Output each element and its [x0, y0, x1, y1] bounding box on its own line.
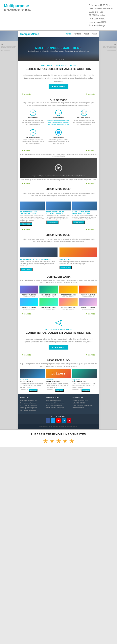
welcome-section: WELCOME TO OUR EMAIL THEME LOREM IMPUS D… [18, 61, 99, 92]
pinterest-icon[interactable]: P [67, 418, 72, 423]
youtube-icon[interactable]: ▶ [56, 418, 61, 423]
col-item-1-img [20, 248, 58, 258]
service-item-1-title: WEB DESIGN [22, 117, 44, 119]
portfolio-item-7: PROJECT FILE NAME other liguia arcu ligu… [59, 298, 78, 310]
envato-logo-6-left: ✦ envato [22, 354, 31, 356]
preview-wrapper: WE unique what ligula arcu, rutrum ini t… [0, 30, 117, 430]
feature-item: Easy to make HTML. [89, 20, 113, 24]
nav-link-home[interactable]: Home [66, 33, 71, 35]
nav-logo: CompanyName [20, 32, 39, 36]
video-overlay [20, 158, 97, 178]
blog-item-1: 25 june 2014 DOLER AMTS THIS AVRIO ACUS … [20, 369, 44, 392]
navbar: CompanyName Home Portfolio About About [18, 31, 99, 37]
interesting-label: INTERESTING THIS WORK [22, 328, 95, 330]
nav-links[interactable]: Home Portfolio About About [66, 33, 97, 35]
blog-post-text-2: AVRIO ACUS DUIS ELTS THIS LOREM IPSUM DO… [46, 383, 71, 388]
blog-read-more-1[interactable]: Read More [29, 389, 38, 392]
envato-logo-5-right: ✦ envato [86, 313, 95, 315]
envato-banner-2: ✦ envato ✦ envato [18, 148, 99, 152]
envato-banner-6: ✦ envato ✦ envato [18, 353, 99, 357]
svg-marker-0 [55, 320, 62, 326]
service-item-2-title: PRINT DESIGN [48, 117, 70, 119]
blog-title: NEWS FROM BLOG [20, 359, 97, 362]
footer-link-1-3[interactable]: Third. liguia arcu liguia aro [20, 404, 44, 406]
footer-link-2-3[interactable]: unique rutrum liguia arcu, [46, 404, 70, 406]
video-section[interactable]: unique what liguia arcu, rutrum ini this… [20, 158, 97, 178]
footer-link-1-2[interactable]: Frist. liguia arcu liguia aro [20, 402, 44, 404]
envato-logo-right: ✦ envato [86, 93, 95, 95]
hero-text: MULTIPURPOSE EMAIL THEME Customizable te… [28, 46, 89, 52]
news-card-1-img [20, 202, 44, 210]
blog-actions-1: Comments (12) Read More [20, 389, 44, 392]
footer-link-1-1[interactable]: Front. liguia arcu liguia aro [20, 400, 44, 402]
print-design-icon: 🖨 [55, 110, 62, 116]
interesting-section: INTERESTING THIS WORK LOREM IMPUS DOLER … [18, 316, 99, 353]
twitter-icon[interactable]: t [51, 418, 55, 423]
portfolio-item-8: PROJECT FILE NAME other liguia arcu ligu… [79, 298, 97, 310]
blog-date-2: 25 june 2014 [46, 379, 71, 380]
envato-watermark: ✦ envato ✦ [52, 58, 65, 60]
recent-work-title: OUR RECENT WORK [20, 276, 97, 278]
nav-link-portfolio[interactable]: Portfolio [74, 33, 81, 35]
blog-date-3: 27 june 2014 [72, 379, 97, 380]
portfolio-thumb-4 [79, 286, 97, 294]
linkedin-icon[interactable]: in [62, 418, 66, 423]
service-title: OUR SERVICE [21, 99, 96, 102]
social-icons: f t ▶ in P [20, 418, 98, 423]
service-item-2: 🖨 PRINT DESIGN unique what liguia arcu, … [46, 108, 70, 126]
envato-logo-5-left: ✦ envato [22, 313, 31, 315]
news-card-3-btn[interactable]: READ MORE [72, 220, 85, 224]
facebook-icon[interactable]: f [46, 418, 50, 423]
footer-col-3-title: CONTACT US [72, 396, 97, 398]
portfolio-name-1: PROJECT FILE NAME [20, 294, 38, 296]
footer-col-2-title: LOREM IM DORS [46, 396, 70, 398]
star-1: ★ [43, 438, 48, 444]
footer-col-1: USFUL LINK Front. liguia arcu liguia aro… [20, 396, 44, 411]
envato-logo-3-left: ✦ envato [22, 182, 31, 184]
interesting-text: unique what liguia arcu, rutrum ini this… [22, 338, 95, 344]
service-item-3-desc: unique what liguia arcu, nut this sary n… [73, 119, 95, 125]
footer-link-1-5[interactable]: Fifth. liguia arcu liguia aro [20, 409, 44, 411]
blog-grid: 25 june 2014 DOLER AMTS THIS AVRIO ACUS … [20, 369, 97, 392]
play-button[interactable] [55, 164, 62, 172]
welcome-read-more-btn[interactable]: READ MORE [48, 84, 68, 89]
footer-website[interactable]: www.yoursite.com [72, 406, 97, 409]
col-item-2-img [60, 248, 97, 258]
blog-post-title-1: DOLER AMTS THIS [20, 381, 44, 383]
col-item-1-btn[interactable]: READ MORE [20, 268, 32, 271]
footer-link-2-1[interactable]: unique what liguia arcu, [46, 400, 70, 402]
nav-link-extra[interactable]: About [92, 33, 97, 35]
blog-read-more-2[interactable]: Read More [55, 389, 64, 392]
portfolio-name-3: PROJECT FILE NAME [59, 294, 78, 296]
blog-read-more-3[interactable]: Read More [82, 389, 90, 392]
news-card-2-btn[interactable]: READ MORE [46, 220, 58, 224]
email-main-panel: CompanyName Home Portfolio About About M… [18, 31, 99, 429]
blog-item-3: 27 june 2014 DOLER AMTS THIS AVRIO ACUS … [72, 369, 97, 392]
welcome-title: LOREM IMPUS DOLER SIT AMET IS ADDITION [22, 67, 95, 70]
interesting-read-more-btn[interactable]: READ MORE [48, 345, 68, 350]
blog-item-2: buSiness 25 june 2014 DOLER AMTS THIS AV… [46, 369, 71, 392]
feature-item: Customizable And Editable. [89, 7, 113, 10]
footer-link-2-4[interactable]: rutrum ainar this sary nisper [46, 406, 70, 409]
blog-post-text-1: AVRIO ACUS DUIS ELTS THIS LOREM IPSUM DO… [20, 383, 44, 388]
col-item-2-btn[interactable]: READ MORE [60, 266, 72, 269]
news-card-1-text: unique what liguia arcu, rutrum ini this… [20, 214, 44, 222]
footer-link-2-2[interactable]: rutrum ainar this sary nisper [46, 402, 70, 404]
news-card-3: DOLER ADDITION: DOLER LOREM IMPUS ELTS T… [72, 202, 97, 226]
portfolio-thumb-3 [59, 286, 78, 294]
news-cards-grid: DOLER ADDITION: DOLER LOREM IMPUS ELTS T… [18, 200, 99, 228]
copyright-text: © 2014 Oxus Design, All rights reserved.… [40, 426, 78, 427]
col-item-1-title: ADDITION DOLER: FRESH IMPUS DOIN. [20, 258, 58, 260]
portfolio-name-2: PROJECT FILE NAME [40, 294, 58, 296]
news-card-1-btn[interactable]: READ MORE [20, 222, 32, 226]
rating-title: PLEASE RATE IF YOU LIKED THE ITEM [4, 432, 113, 436]
envato-logo-4-right: ✦ envato [86, 228, 95, 230]
portfolio-name-6: PROJECT FILE NAME [40, 307, 58, 308]
footer-link-1-4[interactable]: Fourth liguia arcu liguia aro [20, 406, 44, 409]
lorem-title-2: LOREM IMPUS DOLER [21, 234, 96, 236]
paper-plane-icon [22, 319, 95, 327]
nav-link-about[interactable]: About [84, 33, 89, 35]
portfolio-sub-7: other liguia arcu liguia [59, 308, 78, 310]
col-item-2-text: unique what liguia arcu, rutrum ini this… [60, 261, 97, 265]
feature-item: Slice ready Design. [89, 24, 113, 27]
